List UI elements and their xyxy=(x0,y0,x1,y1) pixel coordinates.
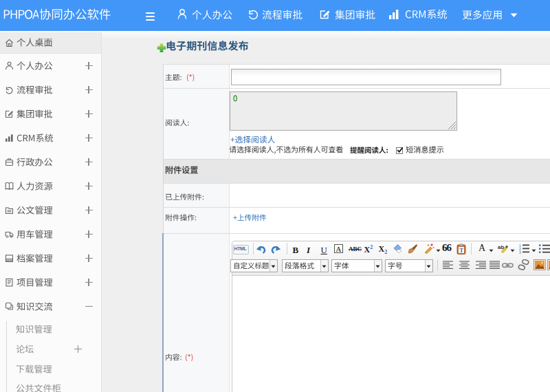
svg-text:3: 3 xyxy=(519,250,521,254)
svg-text:T: T xyxy=(459,246,463,253)
